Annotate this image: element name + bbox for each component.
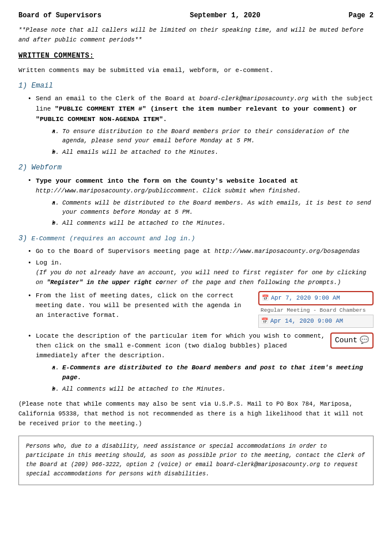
section-email-title: Email [32,82,54,90]
ecomment-url-1: http://www.mariposacounty.org/bosagendas [214,248,360,255]
disability-text: Persons who, due to a disability, need a… [26,443,365,477]
email-subject-bold: "PUBLIC COMMENT ITEM #" (insert the item… [36,105,357,123]
calendar-item-1[interactable]: 📅 Apr 7, 2020 9:00 AM [258,291,374,305]
email-alpha-b: b. All emails will be attached to the Mi… [52,148,374,157]
email-alpha-a: a. To ensure distribution to the Board m… [52,127,374,146]
section-webform: 2) Webform Type your comment into the fo… [18,162,374,228]
calendar-widget: 📅 Apr 7, 2020 9:00 AM Regular Meeting - … [258,291,374,328]
ecomment-login-note: (If you do not already have an account, … [36,269,366,286]
header-right: Page 2 [349,10,374,21]
section-email-number: 1) [18,82,32,90]
ecomment-alpha-b: b. All comments will be attached to the … [52,384,374,394]
intro-text: Written comments may be submitted via em… [18,66,374,75]
header-left: Board of Supervisors [18,10,101,21]
section-email: 1) Email Send an email to the Clerk of t… [18,81,374,157]
calendar-area: From the list of meeting dates, click on… [36,291,374,328]
ecomment-bullet-list: Go to the Board of Supervisors meeting p… [18,247,374,394]
webform-bold: Type your comment into the form on the C… [36,177,298,184]
section-webform-number: 2) [18,164,32,172]
section-email-heading: 1) Email [18,81,374,92]
webform-alpha-a: a. Comments will be distributed to the B… [52,198,374,217]
ecomment-bullet-4: Locate the description of the particular… [28,331,374,394]
webform-bullet-list: Type your comment into the form on the C… [18,176,374,228]
webform-alpha-a-text: Comments will be distributed to the Boar… [62,199,371,216]
calendar-icon-2: 📅 [261,317,268,326]
ecomment-locate-text: Locate the description of the particular… [36,331,326,361]
ecomment-alpha-b-text: All comments will be attached to the Min… [62,385,226,392]
section-webform-title: Webform [32,164,62,172]
disability-box: Persons who, due to a disability, need a… [18,436,374,485]
calendar-icon-1: 📅 [262,294,269,303]
section-ecomment: 3) E-Comment (requires an account and lo… [18,233,374,394]
calendar-date-1: Apr 7, 2020 9:00 AM [271,293,340,303]
calendar-date-2: Apr 14, 2020 9:00 AM [270,316,343,326]
ecomment-bullet-2: Log in. (If you do not already have an a… [28,258,374,288]
ecomment-bullet-3: From the list of meeting dates, click on… [28,291,374,328]
webform-url: http:///www.mariposacounty.org/publiccom… [36,187,301,194]
webform-bullet-1: Type your comment into the form on the C… [28,176,374,228]
written-comments-title: WRITTEN COMMENTS: [18,51,374,61]
ecomment-alpha-a: a. E-Comments are distributed to the Boa… [52,363,374,383]
ecomment-bullet-1: Go to the Board of Supervisors meeting p… [28,247,374,256]
section-ecomment-heading: 3) E-Comment (requires an account and lo… [18,233,374,244]
calendar-item-2[interactable]: 📅 Apr 14, 2020 9:00 AM [258,315,374,327]
ecomment-alpha-a-text: E-Comments are distributed to the Board … [62,364,363,381]
section-ecomment-number: 3) [18,235,32,243]
email-alpha-b-text: All emails will be attached to the Minut… [62,149,218,156]
webform-alpha-list: a. Comments will be distributed to the B… [36,198,374,228]
count-box[interactable]: Count 💬 [330,332,374,349]
section-ecomment-title: E-Comment (requires an account and log i… [32,235,195,242]
notice-text: (Please note that while comments may als… [18,399,374,428]
speech-bubbles-icon: 💬 [360,335,369,346]
ecomment-go-to: Go to the Board of Supervisors meeting p… [36,248,214,255]
email-bullet-list: Send an email to the Clerk of the Board … [18,94,374,157]
count-label: Count [335,335,357,346]
webform-alpha-b-text: All comments will be attached to the Min… [62,220,226,226]
page-header: Board of Supervisors September 1, 2020 P… [18,10,374,21]
section-webform-heading: 2) Webform [18,162,374,173]
count-button-area: Count 💬 [330,332,374,349]
email-alpha-a-text: To ensure distribution to the Board memb… [62,128,349,144]
italic-note: **Please note that all callers will be l… [18,25,374,45]
header-center: September 1, 2020 [190,10,260,21]
webform-alpha-b: b. All comments will be attached to the … [52,218,374,228]
email-alpha-list: a. To ensure distribution to the Board m… [36,127,374,157]
calendar-text: From the list of meeting dates, click on… [36,291,252,320]
email-bullet-1: Send an email to the Clerk of the Board … [28,94,374,157]
calendar-sub-1: Regular Meeting - Board Chambers [258,307,374,315]
ecomment-login: Log in. [36,259,62,266]
ecomment-alpha-list: a. E-Comments are distributed to the Boa… [36,363,374,394]
